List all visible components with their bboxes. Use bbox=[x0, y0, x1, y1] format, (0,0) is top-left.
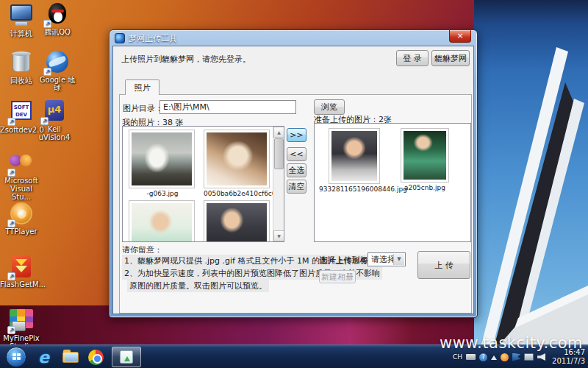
site-button[interactable]: 貔貅梦网 bbox=[431, 50, 470, 66]
move-right-button[interactable]: >> bbox=[287, 128, 306, 142]
taskbar-explorer-button[interactable] bbox=[60, 347, 80, 367]
taskbar-ie-button[interactable]: e bbox=[34, 347, 54, 367]
wallpaper-sky-panel bbox=[474, 0, 588, 344]
zsoftdev-icon: SOFTDEV↗ bbox=[9, 101, 34, 124]
new-album-button[interactable]: 新建相册 bbox=[319, 270, 356, 283]
app-window: 梦网上传工具 × 上传照片到貔貅梦网，请您先登录。 登 录 貔貅梦网 照片 图片… bbox=[109, 29, 478, 318]
action-center-icon[interactable] bbox=[512, 353, 520, 361]
album-select-value: 请选择 bbox=[371, 254, 395, 265]
select-all-button[interactable]: 全选 bbox=[287, 163, 306, 177]
watermark: www.taskcity.com bbox=[440, 334, 583, 352]
clear-button[interactable]: 清空 bbox=[287, 180, 306, 194]
volume-icon[interactable] bbox=[537, 353, 545, 361]
upload-photos-list[interactable]: 933281165196008446.jpg a205cnb.jpg bbox=[314, 123, 471, 242]
folder-icon bbox=[62, 352, 79, 363]
photo-item[interactable] bbox=[129, 200, 196, 242]
chrome-icon bbox=[88, 350, 104, 365]
desktop-icon-ttplayer[interactable]: ↗ TTPlayer bbox=[0, 202, 43, 236]
photo-filename: -g063.jpg bbox=[129, 190, 196, 197]
computer-icon bbox=[9, 4, 34, 28]
photos-tab-panel: 图片目录： 浏览 我的照片：38 张 准备上传的图片：2张 -g063.jpg … bbox=[119, 94, 472, 314]
myfinepix-icon: ↗ bbox=[9, 309, 34, 333]
photo-item[interactable]: -g063.jpg bbox=[129, 130, 196, 197]
help-icon[interactable]: ? bbox=[479, 353, 487, 361]
notice-title: 请你留意： bbox=[122, 244, 162, 255]
show-hidden-icons[interactable] bbox=[491, 353, 497, 360]
photo-thumbnail bbox=[329, 128, 380, 184]
windows-logo-icon bbox=[12, 353, 21, 361]
desktop-icon-label: Keil uVision4 bbox=[33, 125, 76, 141]
desktop-icon-label: FlashGetM... bbox=[0, 280, 43, 289]
photo-thumbnail bbox=[129, 200, 195, 242]
chevron-down-icon: ▼ bbox=[393, 254, 404, 265]
dir-label: 图片目录： bbox=[123, 103, 163, 114]
language-indicator[interactable]: CH bbox=[453, 353, 462, 361]
desktop: 计算机 ↗ 腾讯QQ 回收站 ↗ Google 地球 SOFTDEV↗ Zsof… bbox=[0, 0, 588, 368]
desktop-icon-label: Google 地球 bbox=[36, 76, 79, 92]
window-content: 上传照片到貔貅梦网，请您先登录。 登 录 貔貅梦网 照片 图片目录： 浏览 我的… bbox=[112, 46, 474, 314]
browse-button[interactable]: 浏览 bbox=[314, 99, 345, 115]
space-needle-tower bbox=[474, 0, 588, 344]
desktop-icon-google-earth[interactable]: ↗ Google 地球 bbox=[36, 50, 79, 92]
scrollbar-thumb[interactable] bbox=[274, 138, 284, 169]
notice-line-3: 原图的图片质量。双击图片可以预览。 bbox=[127, 280, 269, 292]
move-left-button[interactable]: << bbox=[287, 147, 306, 161]
photo-filename: 933281165196008446.jpg bbox=[319, 185, 390, 193]
desktop-icon-keil[interactable]: μ4↗ Keil uVision4 bbox=[33, 99, 76, 141]
album-select[interactable]: 请选择 ▼ bbox=[368, 252, 406, 266]
photo-thumbnail bbox=[129, 130, 195, 188]
desktop-icon-label: Microsoft Visual Stu... bbox=[0, 177, 43, 201]
taskbar-chrome-button[interactable] bbox=[86, 347, 106, 367]
photo-thumbnail bbox=[204, 130, 270, 188]
desktop-icon-label: TTPlayer bbox=[0, 227, 43, 236]
photo-item[interactable] bbox=[204, 200, 273, 242]
tray-app-icon[interactable] bbox=[501, 353, 509, 361]
dir-input[interactable] bbox=[159, 100, 296, 114]
photo-item[interactable]: a205cnb.jpg bbox=[390, 128, 460, 191]
keil-icon: μ4↗ bbox=[42, 100, 67, 124]
ttplayer-icon: ↗ bbox=[9, 202, 34, 226]
desktop-icon-flashget[interactable]: ↗ FlashGetM... bbox=[0, 255, 43, 289]
recycle-bin-icon bbox=[9, 52, 34, 75]
photo-thumbnail bbox=[204, 200, 270, 242]
photo-item[interactable]: 933281165196008446.jpg bbox=[319, 128, 390, 193]
desktop-icon-qq[interactable]: ↗ 腾讯QQ bbox=[36, 3, 79, 36]
clock-date: 2011/7/3 bbox=[552, 357, 585, 366]
upload-tool-icon bbox=[120, 350, 133, 364]
photo-thumbnail bbox=[401, 128, 449, 183]
google-earth-icon: ↗ bbox=[45, 51, 70, 74]
close-button[interactable]: × bbox=[449, 30, 471, 43]
photo-item[interactable]: 0050ba6b2e410cf6c6aa0f.jpg bbox=[204, 130, 273, 197]
window-icon bbox=[115, 33, 125, 43]
photo-filename: a205cnb.jpg bbox=[390, 184, 460, 191]
desktop-icon-label: 腾讯QQ bbox=[36, 28, 79, 36]
taskbar-active-app-button[interactable] bbox=[112, 347, 141, 367]
desktop-icon-visual-studio[interactable]: ↗ Microsoft Visual Stu... bbox=[0, 149, 43, 201]
network-icon[interactable] bbox=[524, 353, 534, 361]
flashget-icon: ↗ bbox=[9, 255, 34, 279]
my-photos-list[interactable]: -g063.jpg 0050ba6b2e410cf6c6aa0f.jpg ▲ bbox=[122, 126, 284, 242]
scrollbar[interactable]: ▲ ▼ bbox=[273, 127, 284, 241]
start-button[interactable] bbox=[6, 347, 26, 367]
window-title: 梦网上传工具 bbox=[129, 33, 177, 44]
ie-icon: e bbox=[38, 348, 49, 367]
scroll-down-icon[interactable]: ▼ bbox=[273, 230, 284, 241]
window-titlebar[interactable]: 梦网上传工具 × bbox=[110, 30, 477, 46]
upload-button[interactable]: 上 传 bbox=[417, 251, 470, 279]
photo-filename: 0050ba6b2e410cf6c6aa0f.jpg bbox=[204, 190, 273, 197]
visual-studio-icon: ↗ bbox=[9, 152, 34, 175]
login-hint: 上传照片到貔貅梦网，请您先登录。 bbox=[121, 54, 251, 65]
battery-icon[interactable] bbox=[466, 354, 476, 360]
qq-icon: ↗ bbox=[45, 3, 70, 26]
login-button[interactable]: 登 录 bbox=[396, 50, 429, 66]
scroll-up-icon[interactable]: ▲ bbox=[273, 127, 284, 138]
tab-photos[interactable]: 照片 bbox=[125, 79, 159, 95]
